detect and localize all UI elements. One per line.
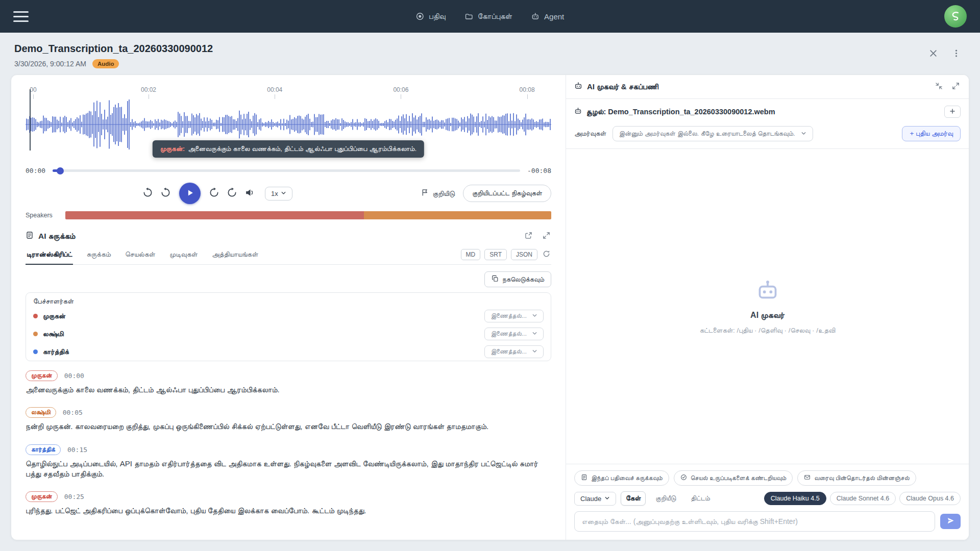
entry-timestamp[interactable]: 00:05 <box>63 409 83 416</box>
tab-decisions[interactable]: முடிவுகள் <box>168 246 199 265</box>
speaker-segment-red[interactable] <box>65 211 364 219</box>
timeline-ruler[interactable]: 00 00:02 00:04 00:06 00:08 <box>26 85 551 97</box>
collapse-panel-button[interactable] <box>934 81 944 92</box>
forward-5-button[interactable] <box>205 184 223 203</box>
quick-action-summarize[interactable]: இந்தப் பதிவைச் சுருக்கவும் <box>574 470 669 486</box>
entry-text: தொழில்நுட்ப அடிப்படையில், API தாமதம் எதி… <box>26 459 551 480</box>
model-opus[interactable]: Claude Opus 4.6 <box>899 492 961 505</box>
entry-timestamp[interactable]: 00:25 <box>64 493 84 500</box>
app-logo[interactable] <box>944 5 967 28</box>
send-button[interactable] <box>940 514 961 529</box>
speaker-badge[interactable]: முருகன் <box>26 491 58 502</box>
speaker-assign-select[interactable]: இணைத்தல்... <box>484 345 544 358</box>
expand-panel-button[interactable] <box>951 81 961 92</box>
new-session-button[interactable]: + புதிய அமர்வு <box>902 126 961 141</box>
rewind-15-button[interactable] <box>139 184 157 203</box>
chevron-down-icon <box>532 348 537 356</box>
document-icon <box>26 231 34 241</box>
model-sonnet[interactable]: Claude Sonnet 4.6 <box>830 492 896 505</box>
quick-action-draft-email[interactable]: வரைவு பின்தொடர்தல் மின்னஞ்சல் <box>797 470 916 486</box>
agent-empty-title: AI முகவர் <box>750 311 785 320</box>
ai-agent-panel: AI முகவர் & சகப்பணி சூழல்: Demo_Transcri… <box>566 75 969 540</box>
main-card: 00 00:02 00:04 00:06 00:08 முருகன்:அனைவர… <box>11 74 969 540</box>
speaker-badge[interactable]: முருகன் <box>26 370 58 381</box>
speaker-badge[interactable]: லக்ஷ்மி <box>26 407 56 418</box>
export-srt-button[interactable]: SRT <box>484 249 507 260</box>
add-context-button[interactable] <box>944 106 961 118</box>
elapsed-time: 00:00 <box>26 167 45 174</box>
document-icon <box>581 474 587 482</box>
close-icon <box>929 49 938 59</box>
expand-summary-button[interactable] <box>542 231 551 242</box>
robot-icon-large <box>756 279 779 304</box>
speaker-color-dot <box>33 349 38 354</box>
waveform-area: 00 00:02 00:04 00:06 00:08 முருகன்:அனைவர… <box>26 85 551 153</box>
rewind-5-button[interactable] <box>157 184 175 203</box>
mail-icon <box>804 474 811 482</box>
entry-timestamp[interactable]: 00:00 <box>64 372 84 380</box>
refresh-button[interactable] <box>542 249 551 260</box>
entry-timestamp[interactable]: 00:15 <box>67 446 87 454</box>
chevron-down-icon <box>532 331 537 338</box>
speed-value: 1x <box>271 190 278 197</box>
check-circle-icon <box>680 474 687 482</box>
sessions-select[interactable]: இன்னும் அமர்வுகள் இல்லை. கீழே உரையாடலைத்… <box>612 126 813 141</box>
nav-files[interactable]: கோப்புகள் <box>465 12 512 21</box>
forward-15-button[interactable] <box>223 184 241 203</box>
close-button[interactable] <box>928 48 939 60</box>
quick-action-label: செயல் உருப்படிகளைக் கண்டறியவும் <box>691 474 786 482</box>
tab-chapters[interactable]: அத்தியாயங்கள் <box>211 246 259 265</box>
seek-handle[interactable] <box>57 167 64 174</box>
timestamp: 3/30/2026, 9:00:12 AM <box>14 60 86 68</box>
transcript-entry: கார்த்திக் 00:15 தொழில்நுட்ப அடிப்படையில… <box>26 444 551 480</box>
export-md-button[interactable]: MD <box>461 249 481 260</box>
seek-bar[interactable] <box>53 169 520 172</box>
model-haiku[interactable]: Claude Haiku 4.5 <box>764 492 826 505</box>
speaker-segments-bar[interactable] <box>65 211 551 219</box>
mode-ask[interactable]: கேள் <box>621 491 646 506</box>
marked-events-button[interactable]: குறியிடப்பட்ட நிகழ்வுகள் <box>463 185 551 202</box>
timeline-tick: 00:02 <box>141 86 156 93</box>
quick-actions-row: இந்தப் பதிவைச் சுருக்கவும் செயல் உருப்பட… <box>574 470 961 486</box>
speaker-segment-orange[interactable] <box>364 211 551 219</box>
entry-text: புரிந்தது. பட்ஜெட் அதிகரிப்பை ஒப்புக்கொள… <box>26 506 551 516</box>
mode-plan[interactable]: திட்டம் <box>685 491 715 506</box>
context-row: சூழல்: Demo_Transcription_ta_20260330090… <box>566 99 969 122</box>
play-icon <box>185 188 194 199</box>
playhead-cursor[interactable] <box>30 89 31 151</box>
open-external-button[interactable] <box>524 231 533 242</box>
mark-button[interactable]: குறியிடு <box>421 189 455 198</box>
chevron-down-icon <box>281 190 286 197</box>
nav-agent[interactable]: Agent <box>531 12 564 21</box>
tab-transcript[interactable]: டிரான்ஸ்கிரிப்ட் <box>26 246 73 265</box>
speaker-badge[interactable]: கார்த்திக் <box>26 444 61 455</box>
chevron-down-icon <box>604 495 610 503</box>
tab-actions[interactable]: செயல்கள் <box>124 246 156 265</box>
provider-select[interactable]: Claude <box>574 492 616 506</box>
copy-button[interactable]: நகலெடுக்கவும் <box>484 271 551 287</box>
quick-action-label: இந்தப் பதிவைச் சுருக்கவும் <box>591 474 663 482</box>
menu-button[interactable] <box>13 9 29 24</box>
playback-speed-button[interactable]: 1x <box>265 187 292 201</box>
chat-input[interactable] <box>574 511 935 532</box>
player-transcript-section: 00 00:02 00:04 00:06 00:08 முருகன்:அனைவர… <box>11 75 566 540</box>
rewind-icon <box>160 187 171 199</box>
agent-panel-title: AI முகவர் & சகப்பணி <box>587 82 658 91</box>
play-button[interactable] <box>179 183 201 204</box>
tab-summary[interactable]: சுருக்கம் <box>85 246 112 265</box>
assign-placeholder: இணைத்தல்... <box>491 330 527 338</box>
speaker-assign-select[interactable]: இணைத்தல்... <box>484 328 544 340</box>
agent-icon <box>531 12 540 20</box>
volume-button[interactable] <box>241 184 259 203</box>
summary-actions <box>524 231 551 242</box>
export-json-button[interactable]: JSON <box>511 249 537 260</box>
nav-record[interactable]: பதிவு <box>416 12 446 21</box>
logo-swirl-icon <box>949 9 962 24</box>
more-button[interactable] <box>951 48 962 60</box>
mode-code[interactable]: குறியீடு <box>650 491 681 506</box>
quick-action-find-tasks[interactable]: செயல் உருப்படிகளைக் கண்டறியவும் <box>674 470 793 486</box>
agent-commands-hint: கட்டளைகள்: /புதிய · /தெளிவு · /செலவு · /… <box>700 327 836 335</box>
speaker-name: கார்த்திக் <box>43 348 69 356</box>
speaker-assign-select[interactable]: இணைத்தல்... <box>484 310 544 322</box>
meta-row: 3/30/2026, 9:00:12 AM Audio <box>14 59 213 68</box>
